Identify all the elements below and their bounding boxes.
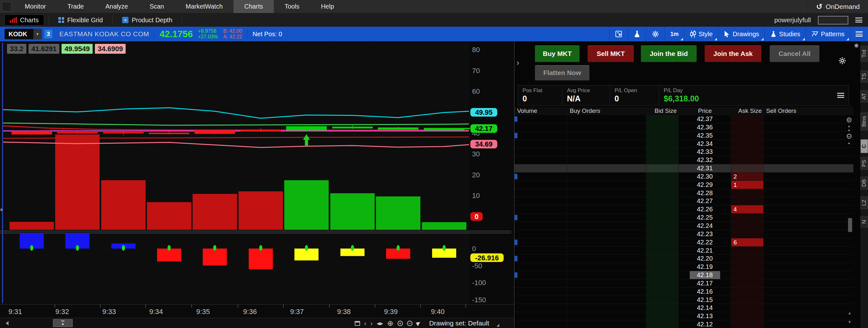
bid-size-cell[interactable] bbox=[646, 197, 679, 205]
menu-item-trade[interactable]: Trade bbox=[57, 0, 95, 13]
scroll-left-icon[interactable] bbox=[6, 321, 8, 325]
menu-item-help[interactable]: Help bbox=[310, 0, 345, 13]
sell-orders-cell[interactable] bbox=[764, 148, 854, 156]
buy-orders-cell[interactable] bbox=[567, 197, 646, 205]
step-right-icon[interactable]: › bbox=[371, 320, 373, 326]
sell-mkt-button[interactable]: Sell MKT bbox=[587, 45, 634, 62]
ask-size-cell[interactable] bbox=[731, 156, 764, 164]
step-left-icon[interactable]: ‹ bbox=[364, 320, 366, 326]
bid-size-cell[interactable] bbox=[646, 123, 679, 131]
bid-size-cell[interactable] bbox=[646, 254, 679, 263]
sell-orders-cell[interactable] bbox=[764, 189, 854, 197]
summary-burger-icon[interactable] bbox=[837, 93, 844, 98]
ladder-row[interactable]: 42.12 bbox=[515, 320, 854, 328]
ladder-row[interactable]: 42.24 bbox=[515, 222, 854, 230]
buy-orders-cell[interactable] bbox=[567, 271, 646, 279]
buy-mkt-button[interactable]: Buy MKT bbox=[534, 45, 580, 62]
buy-orders-cell[interactable] bbox=[567, 254, 646, 263]
bid-size-cell[interactable] bbox=[646, 238, 679, 246]
panes-icon[interactable] bbox=[355, 321, 360, 326]
bid-size-cell[interactable] bbox=[646, 214, 679, 221]
ladder-row[interactable]: 42.20 bbox=[515, 254, 854, 263]
ladder-row[interactable]: 42.25 bbox=[515, 214, 854, 222]
bid-size-cell[interactable] bbox=[646, 189, 679, 197]
sell-orders-cell[interactable] bbox=[764, 181, 854, 189]
ladder-row[interactable]: 42.33 bbox=[515, 148, 854, 156]
expand-horizontal-icon[interactable]: ◂▸ bbox=[377, 320, 383, 326]
menu-item-analyze[interactable]: Analyze bbox=[95, 0, 138, 13]
side-tab-n[interactable]: N bbox=[860, 216, 868, 227]
sell-orders-cell[interactable] bbox=[764, 296, 854, 304]
ladder-row[interactable]: 42.28 bbox=[515, 189, 854, 197]
side-tab-ps[interactable]: PS bbox=[860, 157, 868, 170]
chart-scroll-thumb[interactable]: ▲ bbox=[53, 319, 73, 327]
ask-size-cell[interactable]: 1 bbox=[731, 181, 764, 189]
analysis-flask-icon[interactable] bbox=[628, 27, 646, 41]
buy-orders-cell[interactable] bbox=[567, 312, 646, 320]
bid-size-cell[interactable] bbox=[646, 148, 679, 156]
bid-size-cell[interactable] bbox=[646, 140, 679, 148]
ladder-row[interactable]: 42.37 bbox=[515, 115, 854, 123]
crosshair-icon[interactable]: ⊕ bbox=[387, 320, 393, 327]
bid-size-cell[interactable] bbox=[646, 304, 679, 312]
buy-orders-cell[interactable] bbox=[567, 181, 646, 189]
bid-size-cell[interactable] bbox=[646, 181, 679, 189]
timeframe-dropdown[interactable]: 1m bbox=[664, 27, 684, 41]
symbol-dropdown[interactable]: KODK ▼ bbox=[4, 29, 42, 39]
sell-orders-cell[interactable] bbox=[764, 164, 854, 172]
buy-orders-cell[interactable] bbox=[567, 205, 646, 213]
bid-size-cell[interactable] bbox=[646, 132, 679, 139]
sell-orders-cell[interactable] bbox=[764, 271, 854, 279]
menu-item-charts[interactable]: Charts bbox=[234, 0, 274, 13]
ladder-scroll-down-icon[interactable]: ▼ bbox=[848, 320, 851, 324]
pointer-tool-icon[interactable] bbox=[415, 320, 421, 326]
ask-size-cell[interactable] bbox=[731, 230, 764, 238]
bid-size-cell[interactable] bbox=[646, 279, 679, 287]
drawings-menu[interactable]: Drawings bbox=[718, 27, 764, 41]
sell-orders-cell[interactable] bbox=[764, 115, 854, 123]
side-tab-c[interactable]: C bbox=[860, 139, 868, 153]
join-the-bid-button[interactable]: Join the Bid bbox=[641, 45, 697, 62]
sell-orders-cell[interactable] bbox=[764, 140, 854, 148]
bid-size-cell[interactable] bbox=[646, 172, 679, 181]
side-tab-at[interactable]: AT bbox=[860, 90, 868, 102]
sell-orders-cell[interactable] bbox=[764, 288, 854, 296]
sell-orders-cell[interactable] bbox=[764, 205, 854, 213]
buy-orders-cell[interactable] bbox=[567, 132, 646, 139]
ladder-scroll-thumb[interactable] bbox=[848, 218, 852, 232]
zoom-out-icon[interactable]: − bbox=[407, 321, 412, 326]
ask-size-cell[interactable] bbox=[731, 304, 764, 312]
buy-orders-cell[interactable] bbox=[567, 189, 646, 197]
buy-orders-cell[interactable] bbox=[567, 115, 646, 123]
studies-menu[interactable]: Studies bbox=[765, 27, 806, 41]
ask-size-cell[interactable] bbox=[731, 320, 764, 328]
chart-canvas[interactable]: 807060403020100-50-100-15049.9542.1734.6… bbox=[0, 41, 514, 318]
ladder-row[interactable]: 42.21 bbox=[515, 247, 854, 255]
ask-size-cell[interactable] bbox=[731, 312, 764, 320]
menu-item-monitor[interactable]: Monitor bbox=[14, 0, 57, 13]
sell-orders-cell[interactable] bbox=[764, 230, 854, 238]
ladder-row[interactable]: 42.17 bbox=[515, 279, 854, 288]
menu-item-tools[interactable]: Tools bbox=[274, 0, 310, 13]
buy-orders-cell[interactable] bbox=[567, 279, 646, 287]
bid-size-cell[interactable] bbox=[646, 222, 679, 230]
side-tab-l2[interactable]: L2 bbox=[860, 196, 868, 209]
buy-orders-cell[interactable] bbox=[567, 140, 646, 148]
ladder-row[interactable]: 42.31 bbox=[515, 164, 854, 172]
buy-orders-cell[interactable] bbox=[567, 214, 646, 221]
ladder-zoom-out-icon[interactable]: − bbox=[847, 134, 851, 139]
sell-orders-cell[interactable] bbox=[764, 238, 854, 246]
collapse-chevron-icon[interactable]: › bbox=[517, 58, 519, 68]
bid-size-cell[interactable] bbox=[646, 230, 679, 238]
bid-size-cell[interactable] bbox=[646, 247, 679, 254]
quick-entry-input[interactable] bbox=[818, 16, 848, 25]
ask-size-cell[interactable]: 4 bbox=[731, 205, 764, 213]
ladder-row[interactable]: 42.15 bbox=[515, 296, 854, 304]
side-tab-db[interactable]: DB bbox=[860, 177, 868, 189]
ask-size-cell[interactable] bbox=[731, 148, 764, 156]
ask-size-cell[interactable] bbox=[731, 288, 764, 296]
bid-size-cell[interactable] bbox=[646, 296, 679, 304]
chart-report-icon[interactable]: i bbox=[609, 27, 628, 41]
ladder-row[interactable]: 42.32 bbox=[515, 156, 854, 164]
bid-size-cell[interactable] bbox=[646, 263, 679, 271]
